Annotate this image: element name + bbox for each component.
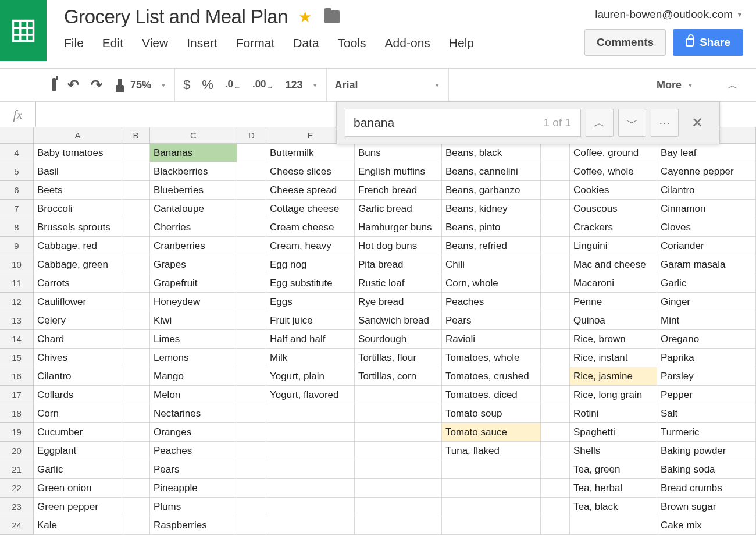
- print-icon[interactable]: [52, 80, 56, 90]
- cell-D4[interactable]: [237, 144, 266, 162]
- cell-A20[interactable]: Eggplant: [34, 442, 122, 460]
- select-all-corner[interactable]: [0, 127, 34, 143]
- cell-A8[interactable]: Brussels sprouts: [34, 218, 122, 236]
- cell-B17[interactable]: [122, 386, 150, 404]
- cell-C17[interactable]: Melon: [150, 386, 237, 404]
- cell-I15[interactable]: Rice, instant: [570, 349, 657, 367]
- cell-I5[interactable]: Coffee, whole: [570, 162, 657, 180]
- cell-grid[interactable]: Baby tomatoesBananasButtermilkBunsBeans,…: [34, 144, 756, 535]
- cell-B13[interactable]: [122, 311, 150, 329]
- cell-J17[interactable]: Pepper: [657, 386, 756, 404]
- cell-C9[interactable]: Cranberries: [150, 237, 237, 255]
- cell-F6[interactable]: French bread: [355, 181, 442, 199]
- cell-H22[interactable]: [541, 479, 570, 497]
- cell-J11[interactable]: Garlic: [657, 274, 756, 292]
- cell-J5[interactable]: Cayenne pepper: [657, 162, 756, 180]
- cell-J21[interactable]: Baking soda: [657, 460, 756, 478]
- row-header-21[interactable]: 21: [0, 460, 33, 479]
- cell-D22[interactable]: [237, 479, 266, 497]
- cell-I6[interactable]: Cookies: [570, 181, 657, 199]
- menu-add-ons[interactable]: Add-ons: [385, 36, 430, 50]
- cell-E6[interactable]: Cheese spread: [266, 181, 355, 199]
- cell-C23[interactable]: Plums: [150, 498, 237, 516]
- cell-J13[interactable]: Mint: [657, 311, 756, 329]
- cell-D18[interactable]: [237, 404, 266, 422]
- cell-C13[interactable]: Kiwi: [150, 311, 237, 329]
- cell-G22[interactable]: [442, 479, 541, 497]
- cell-D24[interactable]: [237, 516, 266, 534]
- cell-C19[interactable]: Oranges: [150, 423, 237, 441]
- cell-A9[interactable]: Cabbage, red: [34, 237, 122, 255]
- col-header-D[interactable]: D: [237, 127, 266, 143]
- row-header-4[interactable]: 4: [0, 144, 33, 162]
- share-button[interactable]: Share: [673, 29, 743, 56]
- cell-E8[interactable]: Cream cheese: [266, 218, 355, 236]
- cell-E13[interactable]: Fruit juice: [266, 311, 355, 329]
- cell-G9[interactable]: Beans, refried: [442, 237, 541, 255]
- cell-A14[interactable]: Chard: [34, 330, 122, 348]
- cell-C16[interactable]: Mango: [150, 367, 237, 385]
- cell-G21[interactable]: [442, 460, 541, 478]
- cell-I14[interactable]: Rice, brown: [570, 330, 657, 348]
- cell-J19[interactable]: Turmeric: [657, 423, 756, 441]
- cell-I13[interactable]: Quinoa: [570, 311, 657, 329]
- cell-I8[interactable]: Crackers: [570, 218, 657, 236]
- cell-I16[interactable]: Rice, jasmine: [570, 367, 657, 385]
- cell-G24[interactable]: [442, 516, 541, 534]
- redo-icon[interactable]: ↷: [91, 77, 102, 93]
- cell-J16[interactable]: Parsley: [657, 367, 756, 385]
- cell-F18[interactable]: [355, 404, 442, 422]
- cell-F5[interactable]: English muffins: [355, 162, 442, 180]
- row-header-13[interactable]: 13: [0, 311, 33, 330]
- row-header-6[interactable]: 6: [0, 181, 33, 200]
- cell-F15[interactable]: Tortillas, flour: [355, 349, 442, 367]
- cell-H13[interactable]: [541, 311, 570, 329]
- cell-F9[interactable]: Hot dog buns: [355, 237, 442, 255]
- increase-decimal-button[interactable]: .00→: [252, 79, 274, 91]
- cell-B7[interactable]: [122, 200, 150, 218]
- menu-data[interactable]: Data: [293, 36, 319, 50]
- chevron-down-icon[interactable]: ▼: [434, 82, 440, 88]
- cell-G5[interactable]: Beans, cannelini: [442, 162, 541, 180]
- cell-C7[interactable]: Cantaloupe: [150, 200, 237, 218]
- cell-G20[interactable]: Tuna, flaked: [442, 442, 541, 460]
- cell-F7[interactable]: Garlic bread: [355, 200, 442, 218]
- menu-insert[interactable]: Insert: [187, 36, 217, 50]
- find-input[interactable]: [345, 109, 534, 136]
- cell-D20[interactable]: [237, 442, 266, 460]
- zoom-dropdown[interactable]: 75%▼: [130, 79, 166, 91]
- cell-H10[interactable]: [541, 255, 570, 274]
- cell-C4[interactable]: Bananas: [150, 144, 237, 162]
- cell-D17[interactable]: [237, 386, 266, 404]
- account-email[interactable]: lauren-bowen@outlook.com▼: [584, 8, 743, 21]
- cell-G10[interactable]: Chili: [442, 255, 541, 274]
- row-header-20[interactable]: 20: [0, 442, 33, 460]
- cell-D9[interactable]: [237, 237, 266, 255]
- cell-B24[interactable]: [122, 516, 150, 534]
- cell-B21[interactable]: [122, 460, 150, 478]
- cell-G8[interactable]: Beans, pinto: [442, 218, 541, 236]
- cell-E4[interactable]: Buttermilk: [266, 144, 355, 162]
- row-header-11[interactable]: 11: [0, 274, 33, 293]
- cell-E18[interactable]: [266, 404, 355, 422]
- cell-J18[interactable]: Salt: [657, 404, 756, 422]
- number-format-dropdown[interactable]: 123▼: [286, 79, 318, 91]
- cell-E23[interactable]: [266, 498, 355, 516]
- row-header-8[interactable]: 8: [0, 218, 33, 237]
- cell-I23[interactable]: Tea, black: [570, 498, 657, 516]
- cell-D16[interactable]: [237, 367, 266, 385]
- cell-C8[interactable]: Cherries: [150, 218, 237, 236]
- cell-A15[interactable]: Chives: [34, 349, 122, 367]
- cell-I24[interactable]: [570, 516, 657, 534]
- menu-help[interactable]: Help: [449, 36, 474, 50]
- cell-J7[interactable]: Cinnamon: [657, 200, 756, 218]
- sheets-logo[interactable]: [0, 0, 47, 61]
- cell-B22[interactable]: [122, 479, 150, 497]
- cell-H15[interactable]: [541, 349, 570, 367]
- cell-D6[interactable]: [237, 181, 266, 199]
- cell-J23[interactable]: Brown sugar: [657, 498, 756, 516]
- cell-J14[interactable]: Oregano: [657, 330, 756, 348]
- cell-C10[interactable]: Grapes: [150, 255, 237, 274]
- cell-I7[interactable]: Couscous: [570, 200, 657, 218]
- cell-C14[interactable]: Limes: [150, 330, 237, 348]
